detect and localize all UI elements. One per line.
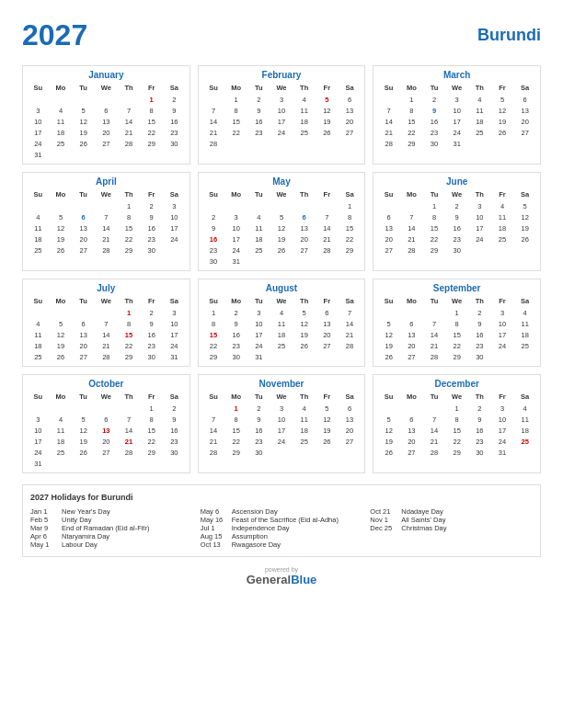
day-cell: 20 bbox=[293, 233, 316, 245]
day-header-tu: Tu bbox=[423, 296, 446, 306]
day-cell: 11 bbox=[491, 211, 514, 222]
day-header-mo: Mo bbox=[50, 83, 73, 93]
day-cell: 14 bbox=[118, 425, 141, 436]
day-cell-empty bbox=[50, 307, 73, 318]
day-cell: 7 bbox=[400, 211, 423, 222]
holiday-item: Aug 15Assumption bbox=[201, 532, 363, 540]
day-header-mo: Mo bbox=[50, 392, 73, 402]
month-name: August bbox=[202, 283, 362, 293]
day-cell: 11 bbox=[247, 222, 270, 233]
day-cell: 13 bbox=[400, 329, 423, 340]
day-cell: 4 bbox=[50, 414, 73, 425]
day-header-tu: Tu bbox=[72, 189, 95, 199]
day-cell: 17 bbox=[27, 127, 50, 138]
day-cell-empty bbox=[423, 403, 446, 414]
day-cell: 18 bbox=[293, 116, 316, 127]
day-header-we: We bbox=[270, 392, 293, 402]
holiday-name: End of Ramadan (Eid al-Fitr) bbox=[62, 524, 149, 532]
day-cell: 24 bbox=[163, 233, 186, 245]
holiday-item: Feb 5Unity Day bbox=[30, 516, 193, 524]
day-cell: 13 bbox=[513, 105, 536, 116]
day-cell: 25 bbox=[293, 436, 316, 447]
day-cell: 2 bbox=[468, 307, 491, 318]
days-grid: 1234567891011121314151617181920212223242… bbox=[377, 403, 536, 458]
day-cell: 1 bbox=[423, 200, 446, 211]
month-name: December bbox=[377, 379, 536, 389]
day-cell: 26 bbox=[50, 351, 73, 362]
day-header-fr: Fr bbox=[316, 83, 339, 93]
day-header-su: Su bbox=[377, 296, 400, 306]
day-cell: 8 bbox=[118, 318, 141, 329]
day-cell: 14 bbox=[423, 329, 446, 340]
day-cell: 28 bbox=[316, 245, 339, 256]
days-grid: 1234567891011121314151617181920212223242… bbox=[202, 307, 362, 362]
day-cell: 20 bbox=[400, 436, 423, 447]
day-cell: 23 bbox=[163, 436, 186, 447]
day-cell: 23 bbox=[224, 340, 247, 351]
day-cell: 23 bbox=[468, 436, 491, 447]
day-cell: 28 bbox=[118, 138, 141, 149]
day-cell: 4 bbox=[27, 318, 50, 329]
day-cell: 4 bbox=[513, 403, 536, 414]
day-cell: 20 bbox=[95, 436, 118, 447]
day-cell: 25 bbox=[270, 340, 293, 351]
holiday-date: Feb 5 bbox=[30, 516, 58, 524]
holiday-date: Aug 15 bbox=[201, 532, 228, 540]
day-cell: 12 bbox=[316, 105, 339, 116]
holiday-name: Christmas Day bbox=[401, 524, 446, 532]
holidays-col1: Jan 1New Year's DayFeb 5Unity DayMar 9En… bbox=[30, 507, 193, 549]
day-header-sa: Sa bbox=[163, 83, 186, 93]
holiday-name: Ndadaye Day bbox=[401, 507, 442, 516]
day-cell: 10 bbox=[247, 318, 270, 329]
holidays-col2: May 6Ascension DayMay 16Feast of the Sac… bbox=[201, 507, 363, 549]
day-cell: 22 bbox=[423, 233, 446, 245]
day-cell: 23 bbox=[247, 127, 270, 138]
year-title: 2027 bbox=[22, 18, 87, 52]
day-cell: 11 bbox=[50, 425, 73, 436]
day-cell: 30 bbox=[140, 351, 163, 362]
day-cell: 18 bbox=[293, 425, 316, 436]
day-header-mo: Mo bbox=[400, 392, 423, 402]
day-cell: 21 bbox=[95, 340, 118, 351]
day-cell: 9 bbox=[140, 211, 163, 222]
day-cell: 18 bbox=[27, 340, 50, 351]
day-header-fr: Fr bbox=[316, 296, 339, 306]
day-cell: 3 bbox=[163, 307, 186, 318]
day-cell: 5 bbox=[72, 414, 95, 425]
day-cell: 9 bbox=[445, 211, 468, 222]
day-cell: 10 bbox=[163, 318, 186, 329]
day-cell: 6 bbox=[400, 414, 423, 425]
days-grid: 1234567891011121314151617181920212223242… bbox=[202, 403, 362, 458]
day-cell: 12 bbox=[316, 414, 339, 425]
day-cell: 15 bbox=[400, 116, 423, 127]
day-cell: 15 bbox=[118, 329, 141, 340]
day-cell: 3 bbox=[27, 105, 50, 116]
day-cell: 31 bbox=[247, 351, 270, 362]
day-cell: 1 bbox=[140, 94, 163, 105]
day-cell: 10 bbox=[27, 116, 50, 127]
day-cell: 14 bbox=[316, 222, 339, 233]
day-cell: 22 bbox=[118, 233, 141, 245]
day-cell: 3 bbox=[27, 414, 50, 425]
day-cell: 16 bbox=[423, 116, 446, 127]
day-header-fr: Fr bbox=[316, 392, 339, 402]
day-cell: 19 bbox=[513, 222, 536, 233]
day-cell: 31 bbox=[163, 351, 186, 362]
day-cell: 11 bbox=[513, 318, 536, 329]
day-cell: 23 bbox=[202, 245, 225, 256]
day-cell: 12 bbox=[72, 425, 95, 436]
day-header-mo: Mo bbox=[400, 83, 423, 93]
day-cell: 13 bbox=[339, 414, 362, 425]
day-cell: 16 bbox=[140, 222, 163, 233]
holiday-name: Independence Day bbox=[232, 524, 290, 532]
day-cell: 5 bbox=[491, 94, 514, 105]
day-header-su: Su bbox=[202, 189, 225, 199]
day-cell: 10 bbox=[445, 105, 468, 116]
day-cell-empty bbox=[377, 94, 400, 105]
day-cell: 3 bbox=[468, 200, 491, 211]
day-cell: 7 bbox=[118, 105, 141, 116]
month-block-april: AprilSuMoTuWeThFrSa123456789101112131415… bbox=[22, 172, 190, 271]
day-cell: 26 bbox=[377, 447, 400, 458]
day-cell-empty bbox=[202, 94, 225, 105]
day-cell: 29 bbox=[423, 245, 446, 256]
